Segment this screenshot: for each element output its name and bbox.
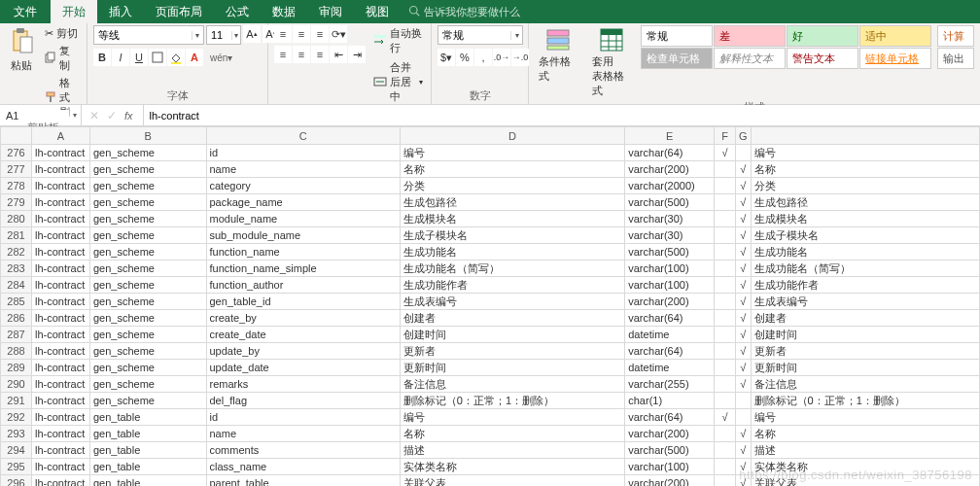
cell[interactable]: class_name xyxy=(206,459,400,475)
font-size-input[interactable]: ▾ xyxy=(206,25,241,45)
cell[interactable]: 实体类名称 xyxy=(400,459,624,475)
cell[interactable]: category xyxy=(206,178,400,194)
wrap-text-button[interactable]: 自动换行 xyxy=(371,25,425,56)
font-face-input[interactable]: ▾ xyxy=(93,25,204,45)
cell[interactable]: gen_scheme xyxy=(89,277,206,294)
table-row[interactable]: 283 lh-contract gen_scheme function_name… xyxy=(1,260,980,277)
cell[interactable]: 生成模块名 xyxy=(751,211,979,227)
col-header[interactable]: F xyxy=(715,127,736,145)
tab-home[interactable]: 开始 xyxy=(51,0,97,23)
cell[interactable]: √ xyxy=(736,442,752,459)
row-header[interactable]: 287 xyxy=(1,327,32,343)
cell[interactable]: √ xyxy=(736,360,752,376)
row-header[interactable]: 279 xyxy=(1,194,32,211)
cell[interactable]: √ xyxy=(736,178,752,194)
cell[interactable]: lh-contract xyxy=(31,426,89,442)
cell[interactable] xyxy=(715,376,736,393)
cell[interactable]: √ xyxy=(736,294,752,310)
increase-indent-button[interactable]: ⇥ xyxy=(348,46,366,63)
paste-button[interactable]: 粘贴 xyxy=(6,25,37,75)
increase-decimal-button[interactable]: .0→ xyxy=(493,49,510,66)
table-row[interactable]: 287 lh-contract gen_scheme create_date 创… xyxy=(1,327,980,343)
cell[interactable]: lh-contract xyxy=(31,178,89,194)
cell[interactable]: create_by xyxy=(206,310,400,327)
align-left-button[interactable]: ≡ xyxy=(274,46,292,63)
cell[interactable]: √ xyxy=(736,161,752,178)
cell[interactable]: gen_scheme xyxy=(89,327,206,343)
tab-review[interactable]: 审阅 xyxy=(307,0,354,23)
decrease-decimal-button[interactable]: →.0 xyxy=(511,49,529,66)
cell[interactable]: lh-contract xyxy=(31,343,89,360)
cell[interactable]: varchar(30) xyxy=(625,211,715,227)
table-row[interactable]: 284 lh-contract gen_scheme function_auth… xyxy=(1,277,980,294)
cell[interactable]: varchar(100) xyxy=(625,277,715,294)
table-row[interactable]: 277 lh-contract gen_scheme name 名称 varch… xyxy=(1,161,980,178)
bold-button[interactable]: B xyxy=(93,49,111,66)
cell[interactable]: √ xyxy=(736,244,752,260)
cell[interactable] xyxy=(715,244,736,260)
conditional-format-button[interactable]: 条件格式 xyxy=(535,25,582,86)
cell[interactable]: varchar(2000) xyxy=(625,178,715,194)
accounting-button[interactable]: $▾ xyxy=(438,49,455,66)
cell[interactable] xyxy=(715,426,736,442)
cell[interactable]: varchar(500) xyxy=(625,442,715,459)
align-middle-button[interactable]: ≡ xyxy=(293,25,310,43)
table-row[interactable]: 279 lh-contract gen_scheme package_name … xyxy=(1,194,980,211)
cell[interactable]: module_name xyxy=(206,211,400,227)
tab-view[interactable]: 视图 xyxy=(354,0,401,23)
cell[interactable]: 名称 xyxy=(751,426,979,442)
cell[interactable]: √ xyxy=(736,343,752,360)
cell[interactable] xyxy=(736,409,752,426)
cell[interactable]: lh-contract xyxy=(31,376,89,393)
col-header[interactable] xyxy=(751,127,979,145)
number-format-input[interactable]: ▾ xyxy=(438,25,523,45)
cell[interactable]: √ xyxy=(736,459,752,475)
row-header[interactable]: 278 xyxy=(1,178,32,194)
border-button[interactable] xyxy=(149,49,166,66)
cell[interactable]: update_date xyxy=(206,360,400,376)
cell[interactable] xyxy=(715,442,736,459)
orientation-button[interactable]: ⟳▾ xyxy=(330,25,347,43)
table-row[interactable]: 293 lh-contract gen_table name 名称 varcha… xyxy=(1,426,980,442)
cell[interactable]: lh-contract xyxy=(31,260,89,277)
tab-file[interactable]: 文件 xyxy=(0,0,51,23)
row-header[interactable]: 280 xyxy=(1,211,32,227)
spreadsheet-grid[interactable]: A B C D E F G 276 lh-contract gen_scheme… xyxy=(0,126,980,486)
cell[interactable]: function_name xyxy=(206,244,400,260)
cell[interactable]: lh-contract xyxy=(31,227,89,244)
cell[interactable]: 描述 xyxy=(751,442,979,459)
cell[interactable]: gen_scheme xyxy=(89,310,206,327)
cell[interactable]: 生成功能作者 xyxy=(400,277,624,294)
style-good[interactable]: 好 xyxy=(787,25,858,47)
cell[interactable]: parent_table xyxy=(206,475,400,487)
select-all-corner[interactable] xyxy=(1,127,32,145)
cell[interactable]: gen_table_id xyxy=(206,294,400,310)
cell[interactable] xyxy=(715,161,736,178)
cell[interactable]: 生成包路径 xyxy=(751,194,979,211)
cell[interactable]: 创建时间 xyxy=(751,327,979,343)
italic-button[interactable]: I xyxy=(112,49,129,66)
cell[interactable]: gen_scheme xyxy=(89,376,206,393)
row-header[interactable]: 285 xyxy=(1,294,32,310)
cell[interactable] xyxy=(715,475,736,487)
cancel-edit-icon[interactable]: ✕ xyxy=(89,109,99,122)
fx-icon[interactable]: fx xyxy=(124,110,133,122)
cell[interactable]: varchar(200) xyxy=(625,426,715,442)
cell[interactable]: √ xyxy=(715,145,736,161)
cell[interactable]: 生成功能作者 xyxy=(751,277,979,294)
cell[interactable]: create_date xyxy=(206,327,400,343)
cell[interactable]: gen_table xyxy=(89,426,206,442)
cell[interactable]: 生成功能名（简写） xyxy=(751,260,979,277)
table-row[interactable]: 276 lh-contract gen_scheme id 编号 varchar… xyxy=(1,145,980,161)
row-header[interactable]: 288 xyxy=(1,343,32,360)
cell[interactable]: √ xyxy=(736,475,752,487)
cell[interactable]: gen_scheme xyxy=(89,343,206,360)
table-row[interactable]: 286 lh-contract gen_scheme create_by 创建者… xyxy=(1,310,980,327)
cell[interactable]: 名称 xyxy=(400,426,624,442)
cell[interactable]: 生成子模块名 xyxy=(751,227,979,244)
cell[interactable]: varchar(500) xyxy=(625,244,715,260)
name-box[interactable]: ▾ xyxy=(0,105,82,125)
row-header[interactable]: 277 xyxy=(1,161,32,178)
row-header[interactable]: 286 xyxy=(1,310,32,327)
cell[interactable]: datetime xyxy=(625,327,715,343)
